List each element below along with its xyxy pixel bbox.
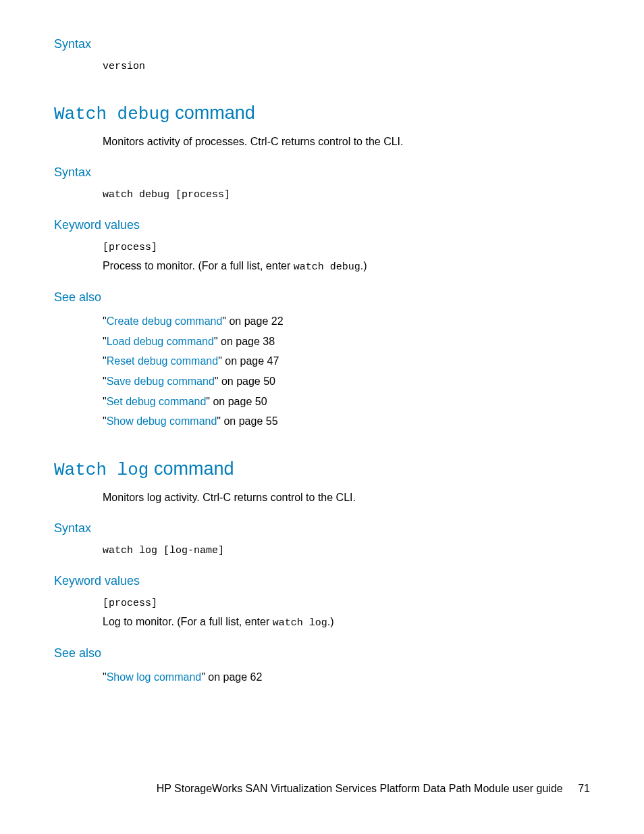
see-also-item: "Set debug command" on page 50	[103, 392, 590, 412]
see-also-item: "Show debug command" on page 55	[103, 411, 590, 432]
keyword-values-heading: Keyword values	[54, 218, 590, 232]
heading-plain: command	[149, 459, 234, 479]
kv-desc-post: .)	[327, 616, 334, 627]
syntax-heading: Syntax	[54, 165, 590, 180]
footer-text: HP StorageWorks SAN Virtualization Servi…	[157, 783, 563, 794]
kv-desc: Process to monitor. (For a full list, en…	[103, 257, 590, 276]
cross-ref-link[interactable]: Set debug command	[107, 396, 207, 407]
page-number: 71	[578, 783, 590, 795]
cross-ref-link[interactable]: Save debug command	[107, 375, 215, 387]
kv-desc-code: watch log	[273, 617, 327, 629]
page-content: Syntax version Watch debug command Monit…	[0, 0, 644, 687]
cross-ref-link[interactable]: Show log command	[107, 671, 202, 683]
watch-debug-heading: Watch debug command	[54, 103, 590, 124]
see-also-item: "Load debug command" on page 38	[103, 332, 590, 352]
heading-mono: Watch debug	[54, 104, 170, 124]
see-also-item: "Reset debug command" on page 47	[103, 351, 590, 371]
syntax-code: watch log [log-name]	[103, 542, 590, 560]
see-also-item: "Show log command" on page 62	[103, 667, 590, 687]
kv-code: [process]	[103, 595, 590, 613]
syntax-code: watch debug [process]	[103, 186, 590, 204]
see-also-heading: See also	[54, 290, 590, 305]
section-version-syntax: Syntax version	[54, 37, 590, 76]
cross-ref-link[interactable]: Show debug command	[107, 415, 217, 427]
kv-desc-pre: Log to monitor. (For a full list, enter	[103, 616, 273, 627]
kv-desc-pre: Process to monitor. (For a full list, en…	[103, 260, 294, 271]
see-also-list-debug: "Create debug command" on page 22"Load d…	[103, 311, 590, 432]
see-also-item: "Create debug command" on page 22	[103, 311, 590, 332]
cross-ref-link[interactable]: Create debug command	[107, 315, 223, 327]
kv-code: [process]	[103, 239, 590, 257]
kv-desc: Log to monitor. (For a full list, enter …	[103, 613, 590, 632]
syntax-heading: Syntax	[54, 37, 590, 51]
watch-debug-syntax: Syntax watch debug [process]	[54, 165, 590, 204]
heading-plain: command	[170, 103, 255, 123]
see-also-list-log: "Show log command" on page 62	[103, 667, 590, 687]
kv-desc-post: .)	[360, 260, 367, 271]
watch-log-heading: Watch log command	[54, 459, 590, 480]
keyword-values-heading: Keyword values	[54, 574, 590, 588]
heading-mono: Watch log	[54, 460, 149, 480]
watch-log-desc: Monitors log activity. Ctrl-C returns co…	[103, 488, 590, 506]
see-also-heading: See also	[54, 646, 590, 660]
watch-log-syntax: Syntax watch log [log-name]	[54, 521, 590, 560]
cross-ref-link[interactable]: Load debug command	[107, 336, 214, 347]
watch-debug-see-also: See also "Create debug command" on page …	[54, 290, 590, 432]
see-also-item: "Save debug command" on page 50	[103, 371, 590, 392]
kv-desc-code: watch debug	[294, 261, 360, 273]
watch-debug-keyword-values: Keyword values [process] Process to moni…	[54, 218, 590, 276]
watch-log-keyword-values: Keyword values [process] Log to monitor.…	[54, 574, 590, 631]
page-footer: HP StorageWorks SAN Virtualization Servi…	[157, 783, 590, 795]
watch-debug-desc: Monitors activity of processes. Ctrl-C r…	[103, 132, 590, 151]
cross-ref-link[interactable]: Reset debug command	[107, 355, 218, 367]
syntax-code: version	[103, 58, 590, 76]
watch-log-see-also: See also "Show log command" on page 62	[54, 646, 590, 687]
syntax-heading: Syntax	[54, 521, 590, 536]
